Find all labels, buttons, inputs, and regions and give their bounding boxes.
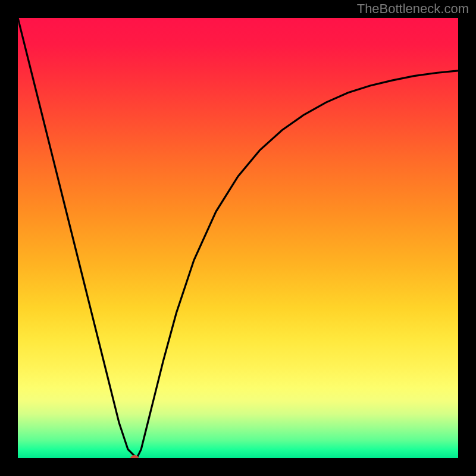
attribution-label: TheBottleneck.com [357,1,469,17]
chart-frame: TheBottleneck.com [0,0,476,476]
curve-layer [18,18,458,458]
bottleneck-curve-path [18,18,458,458]
plot-area [18,18,458,458]
